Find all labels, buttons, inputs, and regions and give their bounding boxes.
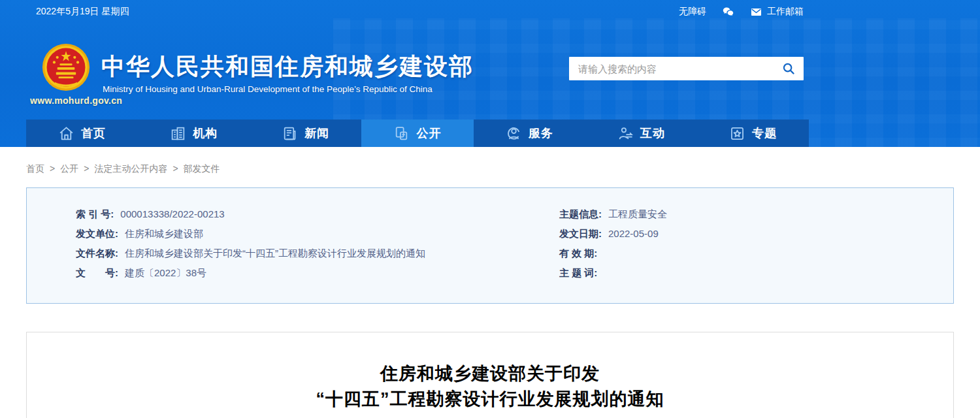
breadcrumb-separator: >	[50, 163, 55, 174]
breadcrumb-separator: >	[84, 163, 89, 174]
site-subtitle-english: Ministry of Housing and Urban-Rural Deve…	[103, 84, 433, 94]
site-title[interactable]: 中华人民共和国住房和城乡建设部	[101, 51, 474, 83]
metadata-row-document-number: 文 号:建质〔2022〕38号	[76, 263, 559, 283]
star-topic-icon	[729, 125, 745, 142]
top-bar-links: 无障碍 工作邮箱	[679, 6, 804, 18]
document-metadata-box: 索 引 号:000013338/2022-00213 发文单位:住房和城乡建设部…	[26, 187, 954, 304]
news-icon	[282, 125, 298, 142]
breadcrumb-separator: >	[172, 163, 178, 174]
metadata-row-issue-date: 发文日期:2022-05-09	[559, 224, 953, 244]
document-title: 住房和城乡建设部关于印发 “十四五”工程勘察设计行业发展规划的通知	[27, 361, 953, 412]
metadata-row-file-name: 文件名称:住房和城乡建设部关于印发“十四五”工程勘察设计行业发展规划的通知	[76, 244, 559, 263]
nav-item-news[interactable]: 新闻	[250, 120, 361, 147]
nav-item-services[interactable]: 服务	[474, 120, 585, 147]
building-icon	[170, 125, 186, 142]
document-content-box: 住房和城乡建设部关于印发 “十四五”工程勘察设计行业发展规划的通知	[26, 332, 954, 418]
metadata-row-subject-info: 主题信息:工程质量安全	[559, 204, 953, 224]
nav-item-home[interactable]: 首页	[26, 120, 138, 147]
search-box	[569, 57, 804, 80]
service-person-icon	[506, 125, 522, 142]
metadata-right-column: 主题信息:工程质量安全 发文日期:2022-05-09 有 效 期: 主 题 词…	[559, 204, 953, 303]
site-url: www.mohurd.gov.cn	[30, 95, 122, 106]
breadcrumb-home[interactable]: 首页	[26, 163, 44, 174]
metadata-row-index-number: 索 引 号:000013338/2022-00213	[76, 204, 559, 224]
work-mail-link[interactable]: 工作邮箱	[750, 6, 804, 18]
search-input[interactable]	[569, 57, 774, 80]
main-nav: 首页 机构 新闻 公开	[26, 120, 809, 147]
nav-item-topics[interactable]: 专题	[697, 120, 809, 147]
metadata-row-issuing-unit: 发文单位:住房和城乡建设部	[76, 224, 559, 244]
accessibility-link[interactable]: 无障碍	[679, 6, 706, 18]
search-button[interactable]	[774, 57, 804, 80]
current-date: 2022年5月19日 星期四	[36, 6, 129, 18]
top-bar: 2022年5月19日 星期四 无障碍 工作邮箱	[0, 0, 980, 24]
disclosure-icon	[393, 125, 410, 142]
mail-icon	[750, 6, 762, 18]
national-emblem-icon	[41, 42, 91, 93]
document-title-line2: “十四五”工程勘察设计行业发展规划的通知	[27, 387, 953, 412]
metadata-row-keywords: 主 题 词:	[559, 263, 953, 283]
nav-item-disclosure[interactable]: 公开	[361, 120, 473, 147]
wechat-icon[interactable]	[722, 6, 734, 18]
metadata-row-validity-period: 有 效 期:	[559, 244, 953, 263]
home-icon	[58, 125, 74, 142]
breadcrumb-statutory-content[interactable]: 法定主动公开内容	[94, 163, 167, 174]
nav-item-interaction[interactable]: 互动	[585, 120, 697, 147]
document-title-line1: 住房和城乡建设部关于印发	[27, 361, 953, 387]
metadata-left-column: 索 引 号:000013338/2022-00213 发文单位:住房和城乡建设部…	[27, 204, 559, 303]
interaction-icon	[617, 125, 634, 142]
breadcrumb-disclosure[interactable]: 公开	[60, 163, 78, 174]
nav-item-organization[interactable]: 机构	[138, 120, 250, 147]
breadcrumb: 首页 > 公开 > 法定主动公开内容 > 部发文件	[26, 163, 954, 174]
site-banner: 2022年5月19日 星期四 无障碍 工作邮箱	[0, 0, 980, 147]
search-icon	[781, 61, 796, 76]
breadcrumb-current-page: 部发文件	[184, 163, 220, 174]
